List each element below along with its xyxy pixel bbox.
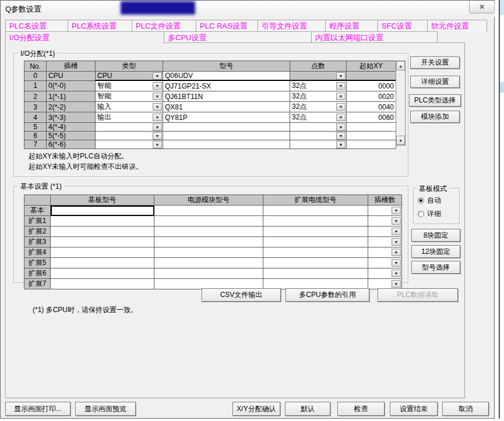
model-cell[interactable] [163,123,290,132]
dropdown-arrow-icon[interactable]: ▼ [336,132,346,140]
switch-settings-button[interactable]: 开关设置 [410,56,460,69]
dropdown-arrow-icon[interactable]: ▼ [392,259,401,267]
power-model-cell[interactable] [154,247,263,258]
cable-model-cell[interactable] [263,258,368,268]
points-combobox[interactable]: ▼ [290,132,347,140]
dropdown-arrow-icon[interactable]: ▼ [153,72,162,80]
dropdown-arrow-icon[interactable]: ▼ [153,114,162,121]
dropdown-arrow-icon[interactable]: ▼ [392,228,401,235]
dropdown-arrow-icon[interactable]: ▼ [392,249,401,256]
cable-model-cell[interactable] [263,206,368,216]
model-cell[interactable]: Q06UDV [163,72,290,81]
dropdown-arrow-icon[interactable]: ▼ [336,103,346,111]
tab-ethernet-port[interactable]: 内置以太网端口设置 [311,31,438,43]
type-combobox[interactable]: ▼ [96,132,163,140]
check-button[interactable]: 检查 [337,402,385,416]
csv-export-button[interactable]: CSV文件输出 [202,288,281,302]
print-screen-button[interactable]: 显示画面打印... [5,402,71,416]
power-model-cell[interactable] [154,227,263,237]
slot-count-combobox[interactable]: ▼ [368,237,402,247]
close-button[interactable]: ✕ [469,1,495,13]
type-combobox[interactable]: 智能▼ [96,80,163,91]
base-model-cell[interactable] [51,237,154,247]
base-model-cell[interactable] [51,227,154,237]
tab-sfc[interactable]: SFC设置 [378,20,428,31]
type-combobox[interactable]: 输入▼ [96,102,163,112]
cable-model-cell[interactable] [263,216,368,227]
slot-count-combobox[interactable]: ▼ [368,216,402,227]
dropdown-arrow-icon[interactable]: ▼ [336,114,346,121]
base-model-cell[interactable] [51,258,154,268]
tab-program[interactable]: 程序设置 [325,20,378,31]
tab-io-assignment[interactable]: I/O分配设置 [5,31,164,44]
dropdown-arrow-icon[interactable]: ▼ [392,207,401,214]
start-xy-cell[interactable] [347,140,396,149]
tab-plc-ras[interactable]: PLC RAS设置 [196,20,258,31]
base-model-cell[interactable] [51,279,154,289]
dropdown-arrow-icon[interactable]: ▼ [392,217,401,225]
power-model-cell[interactable] [154,279,263,289]
points-combobox[interactable]: ▼ [290,123,347,132]
power-model-cell[interactable] [154,258,263,268]
model-cell[interactable]: QJ61BT11N [163,91,290,102]
fix-12-slots-button[interactable]: 12块固定 [411,245,460,258]
cable-model-cell[interactable] [263,237,368,247]
multi-cpu-import-button[interactable]: 多CPU参数的引用 [286,288,369,302]
tab-multi-cpu[interactable]: 多CPU设置 [164,31,312,43]
start-xy-cell[interactable] [347,123,396,132]
dropdown-arrow-icon[interactable]: ▼ [153,93,162,100]
model-cell[interactable] [163,132,290,140]
cable-model-cell[interactable] [263,247,368,258]
slot-count-combobox[interactable]: ▼ [368,247,402,258]
xy-assignment-confirm-button[interactable]: X/Y分配确认 [232,402,280,416]
start-xy-cell[interactable]: 0060 [347,112,396,123]
start-xy-cell[interactable]: 0020 [347,91,396,102]
tab-plc-file[interactable]: PLC文件设置 [132,20,196,31]
dropdown-arrow-icon[interactable]: ▼ [336,72,346,80]
tab-plc-name[interactable]: PLC名设置 [5,20,68,31]
type-combobox[interactable]: CPU▼ [96,72,163,81]
dropdown-arrow-icon[interactable]: ▼ [153,141,162,148]
type-combobox[interactable]: 输出▼ [96,112,163,123]
type-combobox[interactable]: ▼ [96,123,163,132]
model-cell[interactable]: QX81 [163,102,290,112]
dropdown-arrow-icon[interactable]: ▼ [392,238,401,246]
dropdown-arrow-icon[interactable]: ▼ [153,123,162,131]
tab-device[interactable]: 软元件设置 [427,20,487,31]
slot-count-combobox[interactable]: ▼ [368,227,402,237]
io-table-scrollbar[interactable]: ▲ ▼ [396,61,406,146]
scroll-down-icon[interactable]: ▼ [396,136,405,145]
power-model-cell[interactable] [154,216,263,227]
cable-model-cell[interactable] [263,268,368,279]
cancel-button[interactable]: 取消 [442,402,489,416]
slot-count-combobox[interactable]: ▼ [368,268,402,279]
radio-auto[interactable]: 自动 [418,196,441,206]
type-combobox[interactable]: 智能▼ [96,91,163,102]
cable-model-cell[interactable] [263,279,368,289]
default-button[interactable]: 默认 [285,402,330,416]
points-combobox[interactable]: 32点▼ [290,80,347,91]
base-model-cell[interactable] [51,268,154,279]
detailed-settings-button[interactable]: 详细设置 [410,76,460,88]
dropdown-arrow-icon[interactable]: ▼ [153,82,162,90]
type-combobox[interactable]: ▼ [96,140,163,149]
dropdown-arrow-icon[interactable]: ▼ [392,280,401,288]
finish-setting-button[interactable]: 设置结束 [390,402,438,416]
model-cell[interactable] [163,140,290,149]
slot-count-combobox[interactable]: ▼ [368,279,402,289]
start-xy-cell[interactable] [347,72,396,81]
base-model-cell[interactable] [51,216,154,227]
points-combobox[interactable]: 32点▼ [290,112,347,123]
power-model-cell[interactable] [154,237,263,247]
plc-type-select-button[interactable]: PLC类型选择 [409,94,461,107]
dropdown-arrow-icon[interactable]: ▼ [153,132,162,140]
cable-model-cell[interactable] [263,227,368,237]
dropdown-arrow-icon[interactable]: ▼ [336,93,346,100]
points-combobox[interactable]: ▼ [290,72,347,81]
start-xy-cell[interactable]: 0000 [347,80,396,91]
preview-screen-button[interactable]: 显示画面预览 [75,402,136,416]
tab-plc-system[interactable]: PLC系统设置 [68,20,132,31]
dropdown-arrow-icon[interactable]: ▼ [336,82,346,90]
model-cell[interactable]: QY81P [163,112,290,123]
scroll-up-icon[interactable]: ▲ [396,61,405,70]
